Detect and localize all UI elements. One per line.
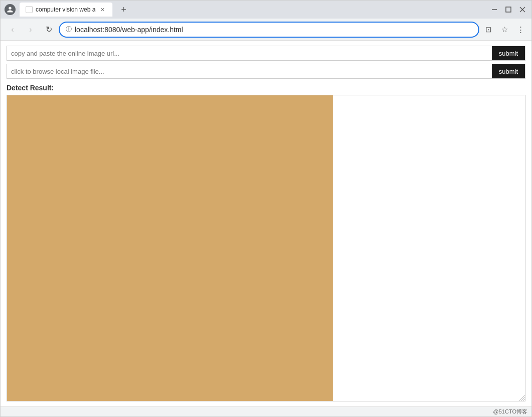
tab-favicon xyxy=(26,6,33,13)
result-area xyxy=(7,95,525,401)
file-input[interactable] xyxy=(7,64,492,78)
maximize-button[interactable] xyxy=(503,5,513,15)
result-panel xyxy=(333,95,525,401)
svg-line-5 xyxy=(521,397,525,401)
resize-handle[interactable] xyxy=(518,394,525,401)
file-submit-button[interactable]: submit xyxy=(492,64,525,78)
url-submit-button[interactable]: submit xyxy=(492,46,525,60)
url-input-row: submit xyxy=(7,46,525,61)
tab-title: computer vision web a xyxy=(36,6,95,13)
url-input[interactable] xyxy=(7,46,492,60)
info-icon: ⓘ xyxy=(66,25,72,34)
tab-close-button[interactable]: × xyxy=(98,6,106,14)
file-input-row: submit xyxy=(7,64,525,79)
watermark-text: @51CTO博客 xyxy=(493,408,527,415)
refresh-button[interactable]: ↻ xyxy=(41,22,57,38)
back-button[interactable]: ‹ xyxy=(5,22,21,38)
close-window-button[interactable] xyxy=(517,5,527,15)
svg-rect-1 xyxy=(506,7,511,12)
detect-result-label: Detect Result: xyxy=(7,84,525,92)
navigation-bar: ‹ › ↻ ⓘ ⊡ ☆ ⋮ xyxy=(1,19,531,41)
browser-window: computer vision web a × + ‹ › ↻ ⓘ xyxy=(0,0,532,417)
screen-share-icon[interactable]: ⊡ xyxy=(481,23,495,37)
window-controls xyxy=(489,5,527,15)
active-tab[interactable]: computer vision web a × xyxy=(20,3,112,17)
status-bar: @51CTO博客 xyxy=(1,406,531,416)
address-bar-container[interactable]: ⓘ xyxy=(59,22,479,38)
nav-icons-right: ⊡ ☆ ⋮ xyxy=(481,23,527,37)
title-bar-left: computer vision web a × + xyxy=(5,3,130,17)
forward-button[interactable]: › xyxy=(23,22,39,38)
minimize-button[interactable] xyxy=(489,5,499,15)
page-content: submit submit Detect Result: xyxy=(1,41,531,406)
image-panel xyxy=(7,95,333,401)
new-tab-button[interactable]: + xyxy=(116,3,130,17)
address-input[interactable] xyxy=(75,26,472,34)
profile-icon[interactable] xyxy=(5,4,16,15)
svg-line-6 xyxy=(523,399,525,401)
title-bar: computer vision web a × + xyxy=(1,1,531,19)
menu-button[interactable]: ⋮ xyxy=(513,23,527,37)
bookmark-icon[interactable]: ☆ xyxy=(497,23,511,37)
